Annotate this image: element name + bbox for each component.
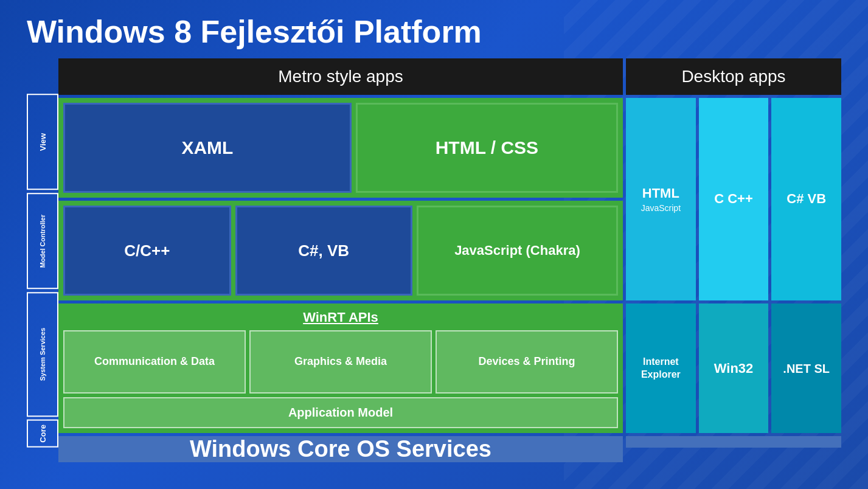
- desktop-bottom-section: Internet Explorer Win32 .NET SL: [626, 303, 841, 433]
- page-container: Windows 8 Fejlesztői Platform View Model…: [0, 0, 868, 489]
- metro-and-core: XAML HTML / CSS C/C++ C#, VB JavaScript …: [58, 98, 623, 448]
- xaml-block: XAML: [63, 103, 352, 193]
- app-model-row: Application Model: [63, 397, 618, 428]
- winrt-title: WinRT APIs: [63, 308, 618, 327]
- desktop-ie-cell: Internet Explorer: [626, 303, 696, 433]
- metro-services-area: WinRT APIs Communication & Data Graphics…: [58, 303, 623, 433]
- main-grid: Metro style apps Desktop apps XAML HTML …: [58, 58, 841, 448]
- desktop-panel: HTML JavaScript C C++ C# VB: [626, 98, 841, 448]
- devices-cell: Devices & Printing: [436, 330, 618, 394]
- comm-cell: Communication & Data: [63, 330, 246, 394]
- desktop-core: [626, 436, 841, 448]
- desktop-col-ie: Internet Explorer: [626, 303, 696, 433]
- desktop-col-win32: Win32: [699, 303, 769, 433]
- desktop-col-csharp: C# VB: [771, 98, 841, 300]
- desktop-html-cell: HTML JavaScript: [626, 98, 696, 300]
- metro-view-area: XAML HTML / CSS: [58, 98, 623, 198]
- core-row: Windows Core OS Services: [58, 436, 623, 462]
- model-controller-label: Model Controller: [27, 193, 58, 289]
- header-row: Metro style apps Desktop apps: [58, 58, 841, 95]
- desktop-col-net: .NET SL: [771, 303, 841, 433]
- javascript-block: JavaScript (Chakra): [417, 206, 618, 296]
- desktop-html-sub: JavaScript: [641, 203, 681, 213]
- htmlcss-block: HTML / CSS: [356, 103, 618, 193]
- winrt-apis-row: Communication & Data Graphics & Media De…: [63, 330, 618, 394]
- desktop-col-cpp: C C++: [699, 98, 769, 300]
- page-title: Windows 8 Fejlesztői Platform: [0, 0, 868, 58]
- desktop-header: Desktop apps: [626, 58, 841, 95]
- view-row: XAML HTML / CSS: [58, 98, 623, 198]
- desktop-csharp-cell: C# VB: [771, 98, 841, 300]
- services-row: WinRT APIs Communication & Data Graphics…: [58, 303, 623, 433]
- desktop-col-html: HTML JavaScript: [626, 98, 696, 300]
- core-block: Windows Core OS Services: [58, 436, 623, 462]
- core-label: Core: [27, 420, 58, 448]
- view-label: View: [27, 94, 58, 190]
- metro-model-area: C/C++ C#, VB JavaScript (Chakra): [58, 201, 623, 300]
- desktop-top-section: HTML JavaScript C C++ C# VB: [626, 98, 841, 300]
- graphics-cell: Graphics & Media: [249, 330, 432, 394]
- system-services-label: System Services: [27, 292, 58, 417]
- csharp-block: C#, VB: [235, 206, 412, 296]
- desktop-cpp-cell: C C++: [699, 98, 769, 300]
- labels-column: View Model Controller System Services Co…: [27, 58, 58, 448]
- cpp-block: C/C++: [63, 206, 231, 296]
- desktop-net-cell: .NET SL: [771, 303, 841, 433]
- model-row: C/C++ C#, VB JavaScript (Chakra): [58, 201, 623, 300]
- desktop-win32-cell: Win32: [699, 303, 769, 433]
- metro-header: Metro style apps: [58, 58, 623, 95]
- main-content: View Model Controller System Services Co…: [27, 58, 841, 448]
- middle-section: XAML HTML / CSS C/C++ C#, VB JavaScript …: [58, 98, 841, 448]
